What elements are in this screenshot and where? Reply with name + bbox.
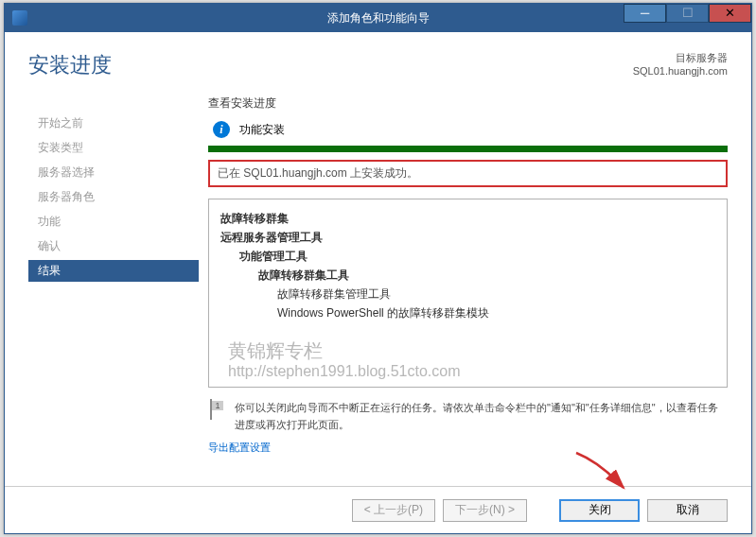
step-server-select: 服务器选择	[28, 162, 199, 183]
watermark: 黄锦辉专栏 http://stephen1991.blog.51cto.com	[228, 340, 461, 382]
step-confirm: 确认	[28, 235, 199, 257]
cancel-button[interactable]: 取消	[647, 499, 728, 522]
left-column: 安装进度 开始之前 安装类型 服务器选择 服务器角色 功能 确认 结果	[28, 51, 199, 476]
page-title: 安装进度	[28, 51, 199, 79]
hint-row: 你可以关闭此向导而不中断正在运行的任务。请依次单击命令栏中的"通知"和"任务详细…	[208, 399, 728, 433]
window-controls: ─ ☐ ✕	[624, 4, 751, 23]
minimize-button[interactable]: ─	[624, 4, 666, 23]
feature-item: 故障转移群集	[220, 209, 715, 228]
wizard-window: 添加角色和功能向导 ─ ☐ ✕ 安装进度 开始之前 安装类型 服务器选择 服务器…	[4, 3, 752, 534]
feature-item: 故障转移群集管理工具	[220, 285, 715, 303]
content-area: 安装进度 开始之前 安装类型 服务器选择 服务器角色 功能 确认 结果 目标服务…	[5, 32, 751, 533]
titlebar[interactable]: 添加角色和功能向导 ─ ☐ ✕	[5, 4, 751, 32]
progress-section-label: 查看安装进度	[208, 95, 728, 112]
prev-button: < 上一步(P)	[352, 499, 435, 522]
step-features: 功能	[28, 211, 199, 233]
window-title: 添加角色和功能向导	[327, 10, 430, 26]
button-bar: < 上一步(P) 下一步(N) > 关闭 取消	[5, 486, 751, 533]
maximize-button: ☐	[666, 4, 709, 23]
server-label: 目标服务器	[208, 51, 728, 65]
app-icon	[12, 10, 27, 26]
info-icon: i	[213, 121, 230, 138]
server-name: SQL01.huangjh.com	[208, 65, 728, 77]
next-button: 下一步(N) >	[443, 499, 527, 522]
step-list: 开始之前 安装类型 服务器选择 服务器角色 功能 确认 结果	[28, 113, 199, 282]
step-install-type: 安装类型	[28, 137, 199, 159]
feature-item: 故障转移群集工具	[220, 266, 715, 285]
step-before-begin: 开始之前	[28, 113, 199, 134]
flag-icon	[208, 399, 225, 420]
step-results: 结果	[28, 260, 199, 282]
watermark-line2: http://stephen1991.blog.51cto.com	[228, 361, 461, 382]
success-message-box: 已在 SQL01.huangjh.com 上安装成功。	[208, 160, 728, 187]
feature-item: 远程服务器管理工具	[220, 228, 715, 247]
server-info: 目标服务器 SQL01.huangjh.com	[208, 51, 728, 77]
export-config-link[interactable]: 导出配置设置	[208, 441, 728, 455]
watermark-line1: 黄锦辉专栏	[228, 340, 461, 361]
close-button[interactable]: 关闭	[559, 499, 640, 522]
close-window-button[interactable]: ✕	[709, 4, 751, 23]
right-column: 目标服务器 SQL01.huangjh.com 查看安装进度 i 功能安装 已在…	[199, 51, 728, 476]
status-text: 功能安装	[239, 122, 285, 138]
feature-item: 功能管理工具	[220, 247, 715, 266]
feature-item: Windows PowerShell 的故障转移群集模块	[220, 303, 715, 322]
main-panel: 安装进度 开始之前 安装类型 服务器选择 服务器角色 功能 确认 结果 目标服务…	[5, 32, 751, 486]
feature-list-box: 故障转移群集 远程服务器管理工具 功能管理工具 故障转移群集工具 故障转移群集管…	[208, 199, 728, 388]
status-row: i 功能安装	[208, 121, 728, 138]
step-server-roles: 服务器角色	[28, 186, 199, 208]
progress-bar	[208, 146, 728, 152]
hint-text: 你可以关闭此向导而不中断正在运行的任务。请依次单击命令栏中的"通知"和"任务详细…	[235, 399, 728, 433]
